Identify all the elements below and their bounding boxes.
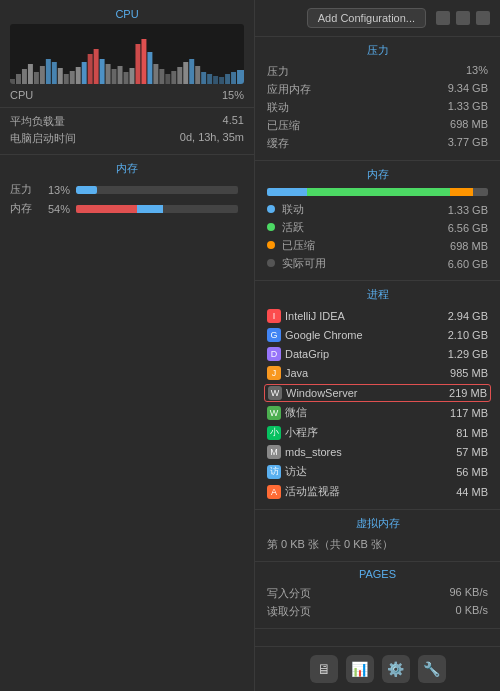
pressure-section: 压力 压力 13% 应用内存 9.34 GB 联动 1.33 GB 已压缩 69…	[255, 37, 500, 161]
svg-rect-11	[76, 67, 81, 84]
add-config-button[interactable]: Add Configuration...	[307, 8, 426, 28]
mem-compressed-label: 已压缩	[267, 238, 315, 253]
process-name-activity: 活动监视器	[285, 484, 340, 499]
svg-rect-12	[82, 62, 87, 84]
cpu-value: 15%	[222, 89, 244, 101]
mem-wired-dot	[267, 205, 275, 213]
process-name-wechat: 微信	[285, 405, 307, 420]
svg-rect-24	[153, 64, 158, 84]
mem-used-bar-fill	[76, 205, 163, 213]
process-row-datagrip: D DataGrip 1.29 GB	[267, 346, 488, 362]
process-value-finder: 56 MB	[456, 466, 488, 478]
vm-section: 虚拟内存 第 0 KB 张（共 0 KB 张）	[255, 510, 500, 562]
intellij-icon: I	[267, 309, 281, 323]
toolbar-icon-2[interactable]	[456, 11, 470, 25]
mem-left-title: 内存	[10, 161, 244, 176]
svg-rect-0	[10, 79, 15, 84]
svg-rect-29	[183, 62, 188, 84]
svg-rect-2	[22, 69, 27, 84]
vm-text: 第 0 KB 张（共 0 KB 张）	[267, 537, 393, 552]
svg-rect-20	[129, 68, 134, 84]
cached-row: 缓存 3.77 GB	[267, 136, 488, 151]
svg-rect-19	[124, 72, 129, 84]
wired-row: 联动 1.33 GB	[267, 100, 488, 115]
mem-available-label: 实际可用	[267, 256, 326, 271]
svg-rect-8	[58, 68, 63, 84]
process-name-wrap-windowserver: W WindowServer	[268, 386, 449, 400]
process-name-mds: mds_stores	[285, 446, 342, 458]
process-name-intellij: IntelliJ IDEA	[285, 310, 345, 322]
process-name-wrap-miniprogram: 小 小程序	[267, 425, 456, 440]
svg-rect-13	[88, 54, 93, 84]
svg-rect-14	[94, 49, 99, 84]
process-name-wrap-datagrip: D DataGrip	[267, 347, 448, 361]
process-section: 进程 I IntelliJ IDEA 2.94 GB G Google Chro…	[255, 281, 500, 510]
write-page-label: 写入分页	[267, 586, 311, 601]
pressure-right-label: 压力	[267, 64, 289, 79]
mem-section: 内存 联动 1.33 GB 活跃 6.56 GB 已压缩	[255, 161, 500, 281]
process-name-datagrip: DataGrip	[285, 348, 329, 360]
process-value-miniprogram: 81 MB	[456, 427, 488, 439]
process-value-mds: 57 MB	[456, 446, 488, 458]
mem-bar-seg4	[473, 188, 488, 196]
mem-active-value: 6.56 GB	[448, 222, 488, 234]
process-name-wrap-finder: 访 访达	[267, 464, 456, 479]
pages-section: PAGES 写入分页 96 KB/s 读取分页 0 KB/s	[255, 562, 500, 629]
read-page-row: 读取分页 0 KB/s	[267, 604, 488, 619]
read-page-label: 读取分页	[267, 604, 311, 619]
avg-load-row: 平均负载量 4.51	[10, 114, 244, 129]
cpu-chart	[10, 24, 244, 84]
mem-section-title: 内存	[267, 167, 488, 182]
svg-rect-10	[70, 71, 75, 84]
svg-rect-4	[34, 72, 39, 84]
process-value-java: 985 MB	[450, 367, 488, 379]
svg-rect-25	[159, 69, 164, 84]
svg-rect-21	[135, 44, 140, 84]
mem-used-value: 54%	[40, 203, 70, 215]
compressed-label: 已压缩	[267, 118, 300, 133]
dock-icon-1[interactable]: 🖥	[310, 655, 338, 683]
svg-rect-16	[106, 64, 111, 84]
avg-load-label: 平均负载量	[10, 114, 65, 129]
mem-blue-fill	[137, 205, 163, 213]
memory-left-section: 内存 压力 13% 内存 54%	[0, 155, 254, 226]
process-name-chrome: Google Chrome	[285, 329, 363, 341]
pressure-right-value: 13%	[466, 64, 488, 79]
process-name-java: Java	[285, 367, 308, 379]
process-row-chrome: G Google Chrome 2.10 GB	[267, 327, 488, 343]
svg-rect-17	[112, 69, 117, 84]
mem-compressed-value: 698 MB	[450, 240, 488, 252]
svg-rect-38	[237, 70, 244, 84]
mem-used-bar-container	[76, 205, 238, 213]
svg-rect-36	[225, 74, 230, 84]
dock-icon-2[interactable]: 📊	[346, 655, 374, 683]
svg-rect-28	[177, 67, 182, 84]
process-value-datagrip: 1.29 GB	[448, 348, 488, 360]
app-mem-label: 应用内存	[267, 82, 311, 97]
process-name-wrap-intellij: I IntelliJ IDEA	[267, 309, 448, 323]
dock-icon-3[interactable]: ⚙️	[382, 655, 410, 683]
svg-rect-22	[141, 39, 146, 84]
uptime-row: 电脑启动时间 0d, 13h, 35m	[10, 131, 244, 146]
avg-load-value: 4.51	[223, 114, 244, 129]
process-row-windowserver: W WindowServer 219 MB	[264, 384, 491, 402]
dock-icon-4[interactable]: 🔧	[418, 655, 446, 683]
toolbar-icon-1[interactable]	[436, 11, 450, 25]
toolbar-icons	[436, 11, 490, 25]
pressure-bar-container	[76, 186, 238, 194]
mem-used-bar-row: 内存 54%	[10, 201, 244, 216]
svg-rect-34	[213, 76, 218, 84]
svg-rect-6	[46, 59, 51, 84]
mem-bar-seg3	[450, 188, 472, 196]
mem-compressed-row: 已压缩 698 MB	[267, 238, 488, 253]
process-row-mds: M mds_stores 57 MB	[267, 444, 488, 460]
process-name-wrap-wechat: W 微信	[267, 405, 450, 420]
pressure-bar-fill	[76, 186, 97, 194]
svg-rect-37	[231, 72, 236, 84]
toolbar-icon-3[interactable]	[476, 11, 490, 25]
svg-rect-30	[189, 59, 194, 84]
process-row-finder: 访 访达 56 MB	[267, 463, 488, 480]
process-name-miniprogram: 小程序	[285, 425, 318, 440]
windowserver-icon: W	[268, 386, 282, 400]
cached-value: 3.77 GB	[448, 136, 488, 151]
